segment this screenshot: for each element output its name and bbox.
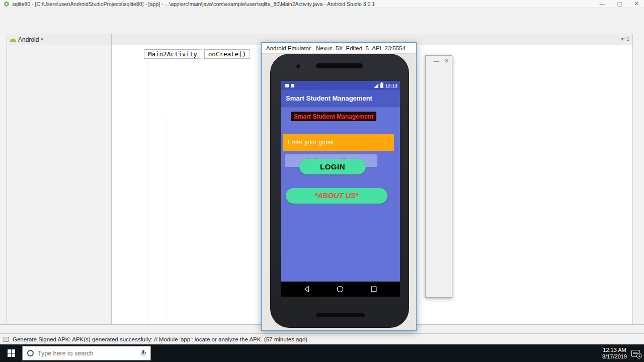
phone-device: 12:13 Smart Student Management Full-scre…	[270, 54, 409, 328]
main-toolbar	[0, 21, 644, 34]
toggle-toolwindows-icon[interactable]	[4, 337, 9, 342]
status-message: Generate Signed APK: APK(s) generated su…	[13, 336, 307, 342]
project-panel-header: Android ▼	[7, 34, 112, 45]
login-button[interactable]: LOGIN	[299, 159, 366, 174]
emulator-title-bar[interactable]: Android Emulator - Nexus_5X_Edited_5_API…	[262, 43, 416, 54]
phone-screen: 12:13 Smart Student Management Full-scre…	[281, 81, 400, 297]
window-controls: —▢✕	[599, 0, 639, 8]
editor-context-breadcrumb: Main2Activity onCreate()	[144, 49, 250, 59]
phone-camera-icon	[296, 64, 300, 68]
clock-time: 12:13 AM	[602, 347, 627, 353]
emulator-toolbar: — ✕	[425, 55, 452, 298]
android-icon	[10, 39, 16, 42]
app-action-bar: Smart Student Management	[281, 90, 400, 107]
project-tree-panel	[7, 45, 112, 324]
microphone-icon[interactable]	[141, 350, 145, 356]
cortana-icon	[27, 350, 34, 356]
indent-guide	[167, 116, 167, 324]
notification-badge: 1	[636, 353, 642, 358]
minimize-button[interactable]: —	[599, 0, 605, 8]
clock-date: 8/17/2019	[602, 353, 627, 360]
phone-bottom-speaker	[316, 313, 365, 317]
battery-icon	[380, 83, 383, 88]
window-title: sqlite80 - [C:\Users\user\AndroidStudioP…	[12, 1, 375, 7]
breadcrumb-class[interactable]: Main2Activity	[144, 49, 201, 59]
status-clock: 12:13	[385, 83, 397, 88]
android-studio-logo-icon	[4, 2, 9, 7]
emulator-title: Android Emulator - Nexus_5X_Edited_5_API…	[266, 45, 406, 51]
menu-bar	[0, 8, 644, 21]
nav-recents-icon[interactable]	[370, 285, 378, 293]
status-bar: Generate Signed APK: APK(s) generated su…	[0, 333, 644, 344]
tab-list-button[interactable]: ▾≡1	[621, 36, 629, 42]
android-status-bar: 12:13	[281, 81, 400, 90]
taskbar-clock[interactable]: 12:13 AM 8/17/2019	[602, 347, 627, 360]
emulator-window: Android Emulator - Nexus_5X_Edited_5_API…	[261, 42, 417, 331]
maximize-button[interactable]: ▢	[617, 0, 622, 8]
app-heading-label: Smart Student Management	[291, 112, 376, 121]
system-tray: 12:13 AM 8/17/2019 1	[598, 347, 640, 360]
status-notification-icon	[291, 84, 294, 87]
left-tool-strip	[0, 34, 7, 324]
nav-back-icon[interactable]	[303, 285, 311, 293]
about-us-button[interactable]: *ABOUT US*	[286, 188, 387, 204]
bre adcrumb-method[interactable]: onCreate()	[204, 49, 250, 59]
emulator-minimize-button[interactable]: —	[434, 58, 439, 64]
nav-home-icon[interactable]	[336, 285, 344, 293]
right-tool-strip	[632, 34, 644, 324]
email-field[interactable]: Enter your gmail	[283, 134, 394, 151]
search-input[interactable]	[38, 350, 141, 357]
project-view-selector[interactable]: Android	[18, 36, 39, 43]
phone-speaker	[316, 63, 363, 68]
chevron-down-icon: ▼	[40, 37, 44, 42]
emulator-close-button[interactable]: ✕	[444, 58, 449, 64]
signal-icon	[374, 83, 378, 88]
start-button[interactable]	[0, 344, 22, 362]
app-title: Smart Student Management	[286, 95, 372, 102]
action-center-icon[interactable]: 1	[631, 350, 640, 357]
gutter-separator	[147, 45, 147, 324]
windows-taskbar: 12:13 AM 8/17/2019 1	[0, 344, 644, 362]
taskbar-search[interactable]	[22, 346, 151, 360]
close-button[interactable]: ✕	[634, 0, 639, 8]
android-nav-bar	[281, 282, 400, 297]
status-notification-icon	[285, 84, 289, 87]
windows-logo-icon	[8, 349, 15, 357]
title-bar: sqlite80 - [C:\Users\user\AndroidStudioP…	[0, 0, 644, 8]
